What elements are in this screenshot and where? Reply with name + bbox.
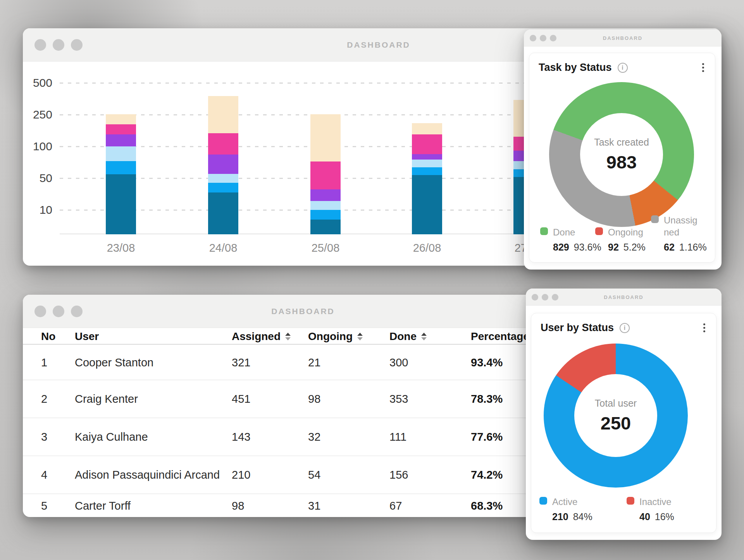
x-category-label: 25/08: [296, 241, 355, 255]
window-control-dot[interactable]: [53, 39, 64, 51]
bar-segment-purple: [412, 154, 442, 160]
card-title: User by Status: [541, 322, 614, 334]
legend-swatch: [540, 227, 548, 235]
x-category-label: 24/08: [194, 241, 252, 255]
donut-center-label: Task created: [594, 137, 649, 148]
table-cell: 156: [389, 469, 471, 481]
bar-segment-magenta: [412, 134, 442, 154]
donut-center-value: 983: [606, 151, 637, 173]
legend-swatch: [627, 497, 634, 505]
table-cell: Cooper Stanton: [75, 356, 232, 369]
bar-segment-light-blue: [106, 146, 136, 161]
bar-segment-dark-blue: [310, 220, 341, 234]
table-cell: 32: [308, 431, 389, 443]
legend-value: 210: [552, 511, 568, 522]
legend-label: Unassigned: [664, 214, 701, 238]
table-row: 2Craig Kenter4519835378.3%: [23, 380, 583, 418]
window-control-dot[interactable]: [71, 39, 83, 51]
table-cell: 21: [308, 356, 389, 369]
table-cell: 98: [308, 393, 389, 405]
table-cell: Carter Torff: [75, 500, 232, 512]
table-cell: 143: [232, 431, 308, 443]
task-legend: Done 829 93.6% Ongoing 92 5.2%: [540, 214, 710, 253]
table-cell: 111: [389, 431, 471, 443]
bar-segment-light-blue: [208, 174, 238, 183]
column-header-user: User: [75, 330, 232, 343]
legend-item: Done 829 93.6%: [540, 226, 595, 253]
y-axis-tick-label: 250: [23, 108, 52, 121]
table-cell: 98: [232, 500, 308, 512]
column-header-assigned[interactable]: Assigned: [232, 330, 308, 343]
bar-segment-blue: [310, 210, 341, 220]
legend-percent: 16%: [655, 511, 674, 522]
user-by-status-window: DASHBOARD User by Status i Total user 25…: [526, 289, 722, 540]
titlebar: DASHBOARD: [524, 29, 722, 46]
donut-center: Total user 250: [574, 374, 657, 457]
legend-label: Done: [553, 226, 575, 238]
bar-segment-dark-blue: [106, 174, 136, 234]
legend-label: Active: [552, 496, 577, 508]
legend-value: 829: [553, 242, 569, 253]
table-cell: 31: [308, 500, 389, 512]
table-cell: 5: [41, 500, 75, 512]
legend-percent: 1.16%: [679, 242, 707, 253]
table-cell: 3: [41, 431, 75, 443]
sort-icon: [421, 333, 427, 340]
window-title: DASHBOARD: [524, 35, 722, 41]
legend-label: Ongoing: [608, 226, 643, 238]
bar-segment-blue: [412, 167, 442, 175]
legend-percent: 84%: [573, 511, 592, 522]
window-control-dot[interactable]: [71, 306, 83, 317]
legend-value: 92: [608, 242, 619, 253]
bar-segment-magenta: [310, 161, 341, 189]
info-icon[interactable]: i: [618, 63, 628, 73]
card-title: Task by Status: [539, 62, 612, 74]
table-cell: 54: [308, 469, 389, 481]
legend-value: 40: [639, 511, 650, 522]
bar-segment-purple: [208, 155, 238, 173]
desktop-background: { "windows": { "bar": { "title": "DASHBO…: [0, 0, 744, 560]
kebab-menu-icon[interactable]: [703, 323, 705, 332]
window-control-dot[interactable]: [34, 39, 46, 51]
x-category-label: 26/08: [398, 241, 456, 255]
bar-segment-cream: [412, 123, 442, 135]
window-control-dot[interactable]: [34, 306, 46, 317]
column-header-done[interactable]: Done: [389, 330, 471, 343]
legend-item: Ongoing 92 5.2%: [595, 226, 651, 253]
legend-swatch: [539, 497, 547, 505]
table-cell: 300: [389, 356, 471, 369]
task-by-status-window: DASHBOARD Task by Status i Task created …: [524, 29, 722, 270]
legend-swatch: [595, 227, 603, 235]
bar-segment-purple: [310, 189, 341, 201]
y-axis-tick-label: 10: [23, 203, 52, 216]
sort-icon: [285, 333, 291, 340]
kebab-menu-icon[interactable]: [702, 63, 704, 72]
legend-label: Inactive: [639, 496, 672, 508]
window-title: DASHBOARD: [526, 294, 722, 300]
column-header-ongoing[interactable]: Ongoing: [308, 330, 389, 343]
table-cell: Adison Passaquindici Arcand: [75, 469, 232, 481]
bar-segment-cream: [106, 114, 136, 124]
bar-segment-magenta: [106, 124, 136, 135]
legend-item: Inactive 40 16%: [627, 496, 711, 522]
legend-item: Unassigned 62 1.16%: [651, 214, 710, 253]
table-row: 3Kaiya Culhane1433211177.6%: [23, 418, 583, 456]
table-row: 5Carter Torff98316768.3%: [23, 494, 583, 517]
table-cell: 2: [41, 393, 75, 405]
donut-center-label: Total user: [595, 398, 637, 409]
window-title: DASHBOARD: [328, 40, 429, 50]
table-cell: Craig Kenter: [75, 393, 232, 405]
task-by-status-card: Task by Status i Task created 983 Done 8…: [529, 53, 715, 263]
table-header-row: No User Assigned Ongoing Done Percentage: [23, 329, 583, 345]
table-cell: 321: [232, 356, 308, 369]
user-table-window: DASHBOARD No User Assigned Ongoing Done …: [23, 295, 583, 517]
window-control-dot[interactable]: [53, 306, 64, 317]
table-body: 1Cooper Stanton3212130093.4%2Craig Kente…: [23, 345, 583, 517]
column-header-no: No: [41, 330, 75, 343]
info-icon[interactable]: i: [620, 323, 630, 333]
window-title: DASHBOARD: [253, 307, 353, 316]
table-cell: 4: [41, 469, 75, 481]
bar-segment-dark-blue: [208, 192, 238, 234]
task-status-donut-chart: Task created 983: [549, 82, 694, 227]
y-axis-tick-label: 100: [23, 140, 52, 153]
